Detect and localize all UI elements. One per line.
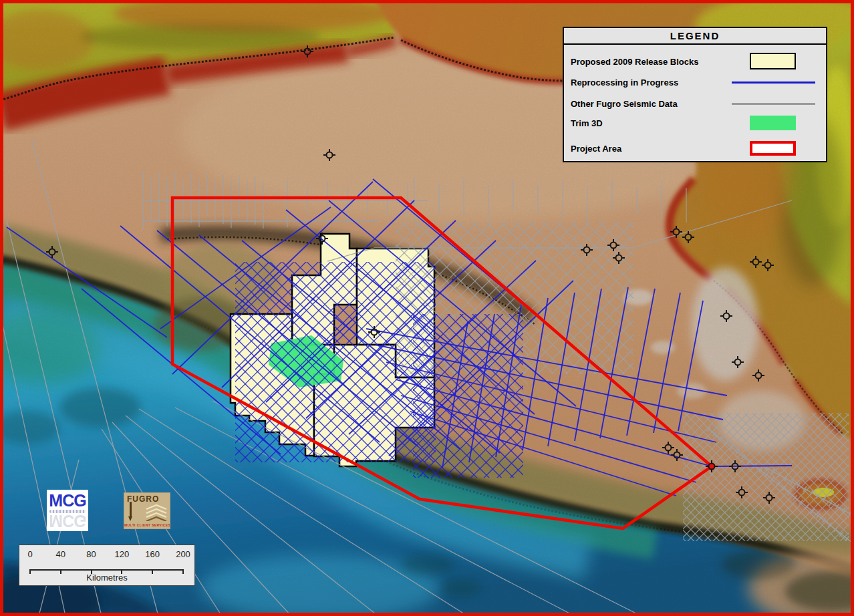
legend-swatch-rect [750, 141, 796, 156]
scale-bar-tick-label: 160 [145, 549, 160, 559]
legend-item: Other Fugro Seismic Data [564, 99, 826, 108]
scale-bar-tick-label: 80 [86, 549, 96, 559]
legend-item-label: Reprocessing in Progress [571, 78, 678, 88]
legend-item: Project Area [564, 141, 826, 156]
scale-bar-unit-label: Kilometres [19, 573, 194, 583]
fugro-logo: FUGRO MULTI CLIENT SERVICES [124, 492, 170, 529]
legend-item-label: Proposed 2009 Release Blocks [571, 56, 699, 66]
scale-bar-tick-label: 120 [115, 549, 130, 559]
legend: LEGEND Proposed 2009 Release BlocksRepro… [563, 27, 827, 162]
legend-item: Proposed 2009 Release Blocks [564, 53, 826, 69]
mcg-logo: MCG MCG [47, 490, 88, 531]
legend-title: LEGEND [564, 28, 826, 45]
legend-swatch-line [732, 82, 815, 84]
fugro-logo-tagline: MULTI CLIENT SERVICES [124, 523, 170, 527]
scale-bar-tick-label: 0 [27, 549, 32, 559]
legend-item: Trim 3D [564, 116, 826, 130]
legend-swatch-rect [750, 53, 796, 69]
scale-bar-tick-label: 200 [176, 549, 190, 559]
mcg-logo-reflection: MCG [47, 513, 88, 529]
legend-swatch-rect [750, 116, 796, 130]
legend-item-label: Trim 3D [571, 118, 603, 128]
map-frame: LEGEND Proposed 2009 Release BlocksRepro… [0, 0, 854, 616]
legend-swatch-line [732, 103, 815, 105]
scale-bar-line [30, 569, 183, 571]
legend-item-label: Project Area [571, 144, 621, 154]
scale-bar-tick-label: 40 [56, 549, 65, 559]
legend-item-label: Other Fugro Seismic Data [571, 99, 678, 109]
mcg-logo-text: MCG [47, 492, 88, 509]
scale-bar: 04080120160200 Kilometres [19, 545, 195, 586]
fugro-logo-text: FUGRO [127, 494, 170, 504]
fugro-plumb-icon [130, 502, 132, 516]
fugro-waves-icon [145, 504, 168, 521]
legend-item: Reprocessing in Progress [564, 78, 826, 87]
